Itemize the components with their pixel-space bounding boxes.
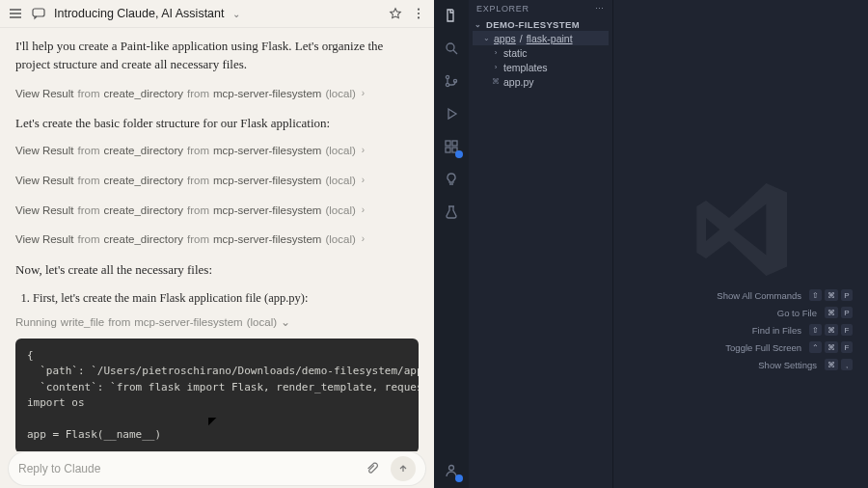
source-control-icon[interactable] <box>442 71 461 91</box>
file-tree: ⌄ DEMO-FILESYSTEM ⌄ apps/flask-paint › s… <box>469 17 612 89</box>
chevron-right-icon: › <box>362 203 365 218</box>
chat-icon <box>31 6 46 21</box>
svg-point-21 <box>449 466 454 471</box>
tool-result-row[interactable]: View Result from create_directory from m… <box>15 86 419 102</box>
tool-running-row[interactable]: Running write_file from mcp-server-files… <box>15 314 419 331</box>
svg-point-3 <box>418 16 420 18</box>
result-prefix: View Result <box>15 86 74 102</box>
explorer-title: EXPLORER <box>476 4 529 14</box>
hamburger-icon[interactable] <box>8 6 23 21</box>
svg-rect-0 <box>33 9 44 16</box>
reply-placeholder: Reply to Claude <box>18 462 354 475</box>
explorer-sidebar: EXPLORER ⋯ ⌄ DEMO-FILESYSTEM ⌄ apps/flas… <box>469 0 613 488</box>
svg-rect-17 <box>446 141 450 146</box>
chat-title[interactable]: Introducing Claude, AI Assistant <box>54 7 225 20</box>
explorer-header: EXPLORER ⋯ <box>469 0 612 17</box>
attach-icon[interactable] <box>362 458 383 479</box>
conversation-scroll[interactable]: I'll help you create a Paint-like applic… <box>0 28 434 451</box>
welcome-shortcuts: Show All Commands ⇧⌘P Go to File ⌘P Find… <box>717 289 853 370</box>
editor-area: Show All Commands ⇧⌘P Go to File ⌘P Find… <box>613 0 868 488</box>
svg-point-1 <box>418 9 420 11</box>
chevron-right-icon: › <box>362 232 365 247</box>
chat-panel: Introducing Claude, AI Assistant ⌄ I'll … <box>0 0 434 488</box>
shortcut-row: Show Settings ⌘, <box>758 359 853 370</box>
code-block: { `path`: `/Users/pietroschirano/Downloa… <box>15 339 419 451</box>
tool-result-row[interactable]: View Result from create_directory from m… <box>15 203 419 219</box>
more-icon[interactable]: ⋯ <box>595 4 605 14</box>
chevron-right-icon: › <box>362 144 365 158</box>
explorer-icon[interactable] <box>442 6 461 25</box>
shortcut-row: Toggle Full Screen ⌃⌘F <box>725 341 853 353</box>
tree-folder-templates[interactable]: › templates <box>473 60 609 74</box>
star-icon[interactable] <box>388 6 403 21</box>
svg-point-15 <box>446 83 448 86</box>
shortcut-row: Find in Files ⇧⌘F <box>752 324 853 336</box>
chevron-down-icon[interactable]: ⌄ <box>232 9 240 19</box>
extensions-icon[interactable] <box>442 137 461 156</box>
run-debug-icon[interactable] <box>442 104 461 123</box>
vscode-logo-icon <box>683 172 799 287</box>
svg-rect-18 <box>452 141 457 146</box>
tree-folder-static[interactable]: › static <box>473 45 609 60</box>
ordered-list: First, let's create the main Flask appli… <box>33 289 419 307</box>
svg-point-14 <box>446 75 448 78</box>
chevron-right-icon: › <box>362 174 365 188</box>
assistant-message: I'll help you create a Paint-like applic… <box>15 38 419 74</box>
svg-rect-19 <box>446 148 450 152</box>
shortcut-row: Go to File ⌘P <box>777 307 853 318</box>
chevron-down-icon: ⌄ <box>281 314 290 331</box>
lightbulb-icon[interactable] <box>442 170 461 189</box>
shortcut-row: Show All Commands ⇧⌘P <box>717 289 853 301</box>
chevron-right-icon: › <box>492 48 500 57</box>
testing-icon[interactable] <box>442 203 461 222</box>
list-item: First, let's create the main Flask appli… <box>33 289 419 307</box>
vscode-panel: EXPLORER ⋯ ⌄ DEMO-FILESYSTEM ⌄ apps/flas… <box>434 0 868 488</box>
activity-bar <box>434 0 469 488</box>
kebab-icon[interactable] <box>411 6 426 21</box>
assistant-message: Let's create the basic folder structure … <box>15 115 419 133</box>
tool-result-row[interactable]: View Result from create_directory from m… <box>15 173 419 189</box>
chat-header: Introducing Claude, AI Assistant ⌄ <box>0 0 434 28</box>
badge <box>455 474 463 482</box>
chevron-down-icon: ⌄ <box>475 20 482 29</box>
tree-file-app-py[interactable]: ⌘ app.py <box>473 74 609 89</box>
chevron-right-icon: › <box>362 87 365 101</box>
reply-input[interactable]: Reply to Claude <box>8 451 426 486</box>
tree-root[interactable]: ⌄ DEMO-FILESYSTEM <box>473 17 609 31</box>
chevron-right-icon: › <box>492 63 500 71</box>
file-icon: ⌘ <box>492 77 500 86</box>
svg-point-13 <box>447 43 454 51</box>
chevron-down-icon: ⌄ <box>482 34 490 42</box>
search-icon[interactable] <box>442 39 461 58</box>
send-button[interactable] <box>391 456 416 481</box>
assistant-message: Now, let's create all the necessary file… <box>15 261 419 280</box>
tool-result-row[interactable]: View Result from create_directory from m… <box>15 231 419 248</box>
account-icon[interactable] <box>442 461 461 480</box>
tool-result-row[interactable]: View Result from create_directory from m… <box>15 143 419 159</box>
tree-folder-apps[interactable]: ⌄ apps/flask-paint <box>473 31 609 45</box>
svg-point-2 <box>418 13 420 14</box>
badge <box>455 150 463 158</box>
